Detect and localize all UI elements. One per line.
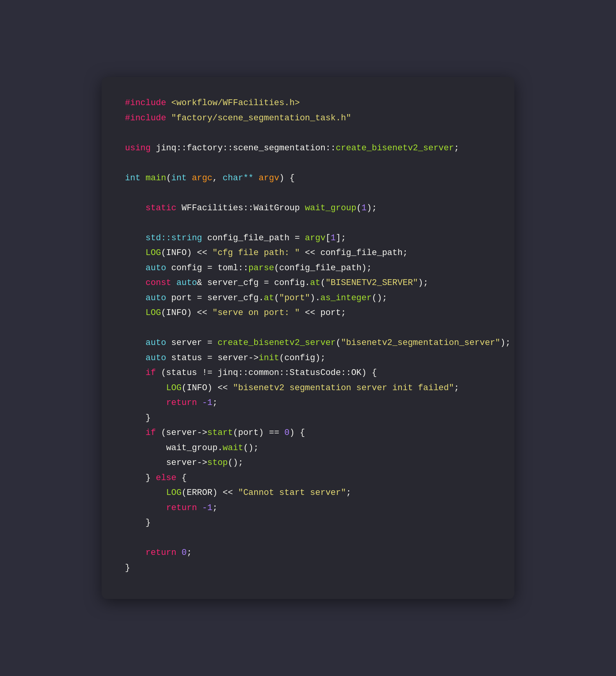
- code-content: #include <workflow/WFFacilities.h> #incl…: [125, 96, 491, 576]
- code-window: #include <workflow/WFFacilities.h> #incl…: [102, 77, 514, 599]
